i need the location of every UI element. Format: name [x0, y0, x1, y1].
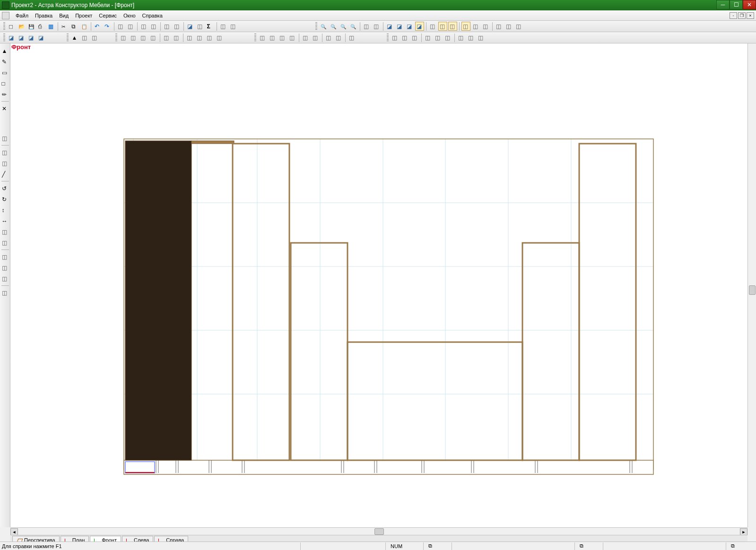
- zoom-window-button[interactable]: [349, 22, 358, 31]
- edit-tool[interactable]: ╱: [0, 170, 9, 179]
- align-tool[interactable]: [119, 33, 128, 42]
- dist-tool[interactable]: [268, 33, 277, 42]
- align-tool[interactable]: [195, 33, 204, 42]
- print-button[interactable]: [37, 22, 46, 31]
- copy-button[interactable]: [70, 22, 79, 31]
- tool-button[interactable]: [173, 22, 182, 31]
- rotate-tool[interactable]: ↻: [0, 195, 9, 204]
- toolbar-grip[interactable]: [254, 34, 256, 42]
- align-tool[interactable]: [149, 33, 158, 42]
- align-tool[interactable]: [139, 33, 148, 42]
- dist-tool[interactable]: [258, 33, 267, 42]
- render-button[interactable]: [438, 22, 447, 31]
- delete-tool[interactable]: ✕: [0, 104, 9, 113]
- paint-tool[interactable]: ✏: [0, 90, 9, 99]
- align-tool[interactable]: [185, 33, 194, 42]
- display-button[interactable]: [495, 22, 504, 31]
- view-button[interactable]: [395, 22, 404, 31]
- view-button[interactable]: [415, 22, 424, 31]
- layout-tool[interactable]: [443, 33, 452, 42]
- horizontal-scroll-thumb[interactable]: [374, 528, 384, 535]
- snap-button[interactable]: [372, 22, 381, 31]
- tool-button[interactable]: [116, 22, 125, 31]
- align-tool[interactable]: [205, 33, 214, 42]
- preview-button[interactable]: [47, 22, 56, 31]
- sum-button[interactable]: [206, 22, 215, 31]
- part-tool[interactable]: [70, 33, 79, 42]
- redo-button[interactable]: [103, 22, 112, 31]
- dist-tool[interactable]: [334, 33, 343, 42]
- layout-tool[interactable]: [467, 33, 476, 42]
- view-button[interactable]: [405, 22, 414, 31]
- edit-tool[interactable]: [0, 134, 9, 143]
- toolbar-grip[interactable]: [387, 34, 389, 42]
- move-tool[interactable]: [0, 227, 9, 236]
- mdi-restore-button[interactable]: ❐: [738, 12, 746, 19]
- display-button[interactable]: [514, 22, 523, 31]
- open-button[interactable]: [17, 22, 26, 31]
- align-tool[interactable]: [129, 33, 138, 42]
- dist-tool[interactable]: [301, 33, 310, 42]
- layout-tool[interactable]: [424, 33, 433, 42]
- dist-tool[interactable]: [278, 33, 287, 42]
- group-tool[interactable]: [0, 252, 9, 261]
- align-tool[interactable]: [215, 33, 224, 42]
- mdi-minimize-button[interactable]: -: [730, 12, 737, 19]
- edit-tool[interactable]: [0, 159, 9, 168]
- menu-file[interactable]: Файл: [12, 11, 32, 20]
- move-tool[interactable]: ↕: [0, 206, 9, 215]
- menu-edit[interactable]: Правка: [32, 11, 56, 20]
- display-button[interactable]: [461, 22, 470, 31]
- tool-button[interactable]: [163, 22, 172, 31]
- toolbar-grip[interactable]: [3, 34, 5, 42]
- tool-button[interactable]: [186, 22, 195, 31]
- part-tool[interactable]: [90, 33, 99, 42]
- toolbar-grip[interactable]: [315, 22, 317, 31]
- tool-button[interactable]: [219, 22, 228, 31]
- move-tool[interactable]: ↔: [0, 216, 9, 225]
- menu-view[interactable]: Вид: [56, 11, 72, 20]
- mdi-icon[interactable]: [2, 12, 9, 19]
- view-button[interactable]: [385, 22, 394, 31]
- layout-tool[interactable]: [434, 33, 443, 42]
- maximize-button[interactable]: ☐: [730, 0, 743, 9]
- zoom-in-button[interactable]: [329, 22, 338, 31]
- render-button[interactable]: [428, 22, 437, 31]
- move-tool[interactable]: [0, 238, 9, 247]
- rotate-tool[interactable]: ↺: [0, 184, 9, 193]
- menu-project[interactable]: Проект: [72, 11, 96, 20]
- render-button[interactable]: [448, 22, 457, 31]
- shape-tool[interactable]: [7, 33, 16, 42]
- snap-button[interactable]: [362, 22, 371, 31]
- save-button[interactable]: [27, 22, 36, 31]
- display-button[interactable]: [471, 22, 480, 31]
- tool-button[interactable]: [139, 22, 148, 31]
- tool-button[interactable]: [229, 22, 238, 31]
- display-button[interactable]: [481, 22, 490, 31]
- shape-tool[interactable]: [27, 33, 36, 42]
- draw-tool[interactable]: ✎: [0, 57, 9, 66]
- layout-tool[interactable]: [410, 33, 419, 42]
- shape-tool[interactable]: [17, 33, 26, 42]
- dist-tool[interactable]: [311, 33, 320, 42]
- group-tool[interactable]: [0, 288, 9, 297]
- vertical-scrollbar[interactable]: [747, 43, 756, 527]
- tool-button[interactable]: [126, 22, 135, 31]
- toolbar-grip[interactable]: [115, 34, 117, 42]
- close-button[interactable]: ✕: [743, 0, 756, 9]
- menu-help[interactable]: Справка: [139, 11, 166, 20]
- tool-button[interactable]: [149, 22, 158, 31]
- vertical-scroll-thumb[interactable]: [749, 285, 756, 295]
- group-tool[interactable]: [0, 274, 9, 283]
- align-tool[interactable]: [162, 33, 171, 42]
- layout-tool[interactable]: [391, 33, 400, 42]
- toolbar-grip[interactable]: [67, 34, 69, 42]
- align-tool[interactable]: [172, 33, 181, 42]
- drawing-canvas[interactable]: Фронт: [10, 43, 747, 527]
- cut-button[interactable]: [60, 22, 69, 31]
- undo-button[interactable]: [93, 22, 102, 31]
- minimize-button[interactable]: ─: [716, 0, 730, 9]
- tool-button[interactable]: [196, 22, 205, 31]
- layout-tool[interactable]: [400, 33, 409, 42]
- display-button[interactable]: [504, 22, 513, 31]
